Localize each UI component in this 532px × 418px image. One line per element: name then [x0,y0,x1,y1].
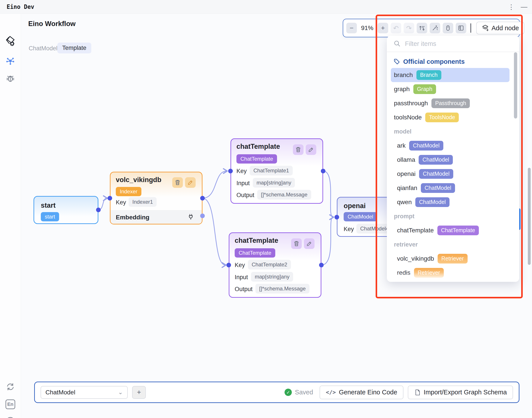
language-label: En [6,399,15,409]
embedding-section[interactable]: Embedding [111,210,202,224]
filter-row [387,36,519,52]
component-type-badge: ChatModel [419,155,453,164]
window-menu-icon[interactable]: ⋮ [505,0,517,14]
node-title: start [41,201,56,209]
component-type-badge: Graph [413,84,436,94]
magic-wand-icon[interactable] [430,23,440,33]
component-type-badge: ChatModel [419,169,453,179]
node-type-badge: ChatTemplate [235,248,275,257]
component-item-passthrough[interactable]: passthroughPassthrough [387,96,519,110]
add-node-button[interactable]: Add node [476,22,524,35]
undo-icon[interactable]: ↶ [391,23,401,33]
auto-layout-icon[interactable] [417,23,427,33]
import-export-button[interactable]: Import/Export Graph Schema [408,385,513,399]
node-chattemplate-1[interactable]: chatTemplate ChatTemplate Key ChatTempla… [230,138,323,204]
tab-chatmodel[interactable]: ChatModel [29,45,57,52]
component-item-ollama[interactable]: ollamaChatModel [387,153,519,167]
edge-indexer-to-template1[interactable] [203,171,227,198]
edit-node-button[interactable] [306,144,316,155]
window-minimize-icon[interactable]: — [518,0,530,14]
node-title: chatTemplate [237,143,280,151]
help-label: ? [6,417,15,418]
node-type-select-value: ChatModel [45,389,75,396]
component-item-redis[interactable]: redisRetriever [387,266,519,280]
panel-scrollbar[interactable] [514,52,517,118]
edit-node-button[interactable] [185,177,196,188]
delete-node-button[interactable] [172,177,183,188]
component-group-prompt: prompt [387,209,519,223]
port-template1-input[interactable] [228,169,233,174]
port-template1-output[interactable] [321,169,326,174]
redo-icon[interactable]: ↷ [404,23,414,33]
output-label: Output [237,192,254,199]
port-openai-input[interactable] [335,215,339,220]
component-item-qianfan[interactable]: qianfanChatModel [387,181,519,195]
port-volc-output[interactable] [200,196,205,201]
input-label: Input [235,274,248,281]
port-template2-input[interactable] [226,263,231,267]
plug-icon [187,213,194,221]
check-circle-icon: ✓ [284,389,292,396]
edge-template2-to-openai[interactable] [321,217,333,265]
mouse-mode-icon[interactable] [443,23,453,33]
component-item-ark[interactable]: arkChatModel [387,139,519,153]
edge-indexer-to-template2[interactable] [203,198,226,265]
component-type-badge: Passthrough [431,98,470,108]
node-type-badge: ChatTemplate [237,154,277,163]
filter-input[interactable] [405,40,498,47]
add-tab-button[interactable]: + [132,386,146,399]
key-value-chip: ChatTemplate2 [248,260,291,269]
tag-icon [394,58,400,65]
port-volc-embedding[interactable] [200,214,205,218]
component-item-qwen[interactable]: qwenChatModel [387,195,519,209]
component-list: Official components branchBranchgraphGra… [387,52,519,280]
component-item-openai[interactable]: openaiChatModel [387,167,519,181]
component-item-chatTemplate[interactable]: chatTemplateChatTemplate [387,223,519,237]
generate-code-button[interactable]: </> Generate Eino Code [320,385,403,399]
layout-panels-icon[interactable] [456,23,466,33]
zoom-in-button[interactable]: + [378,23,388,33]
component-item-branch[interactable]: branchBranch [391,68,509,82]
delete-node-button[interactable] [293,144,304,155]
node-title: volc_vikingdb [116,176,161,184]
node-start[interactable]: start start [34,196,98,224]
workflow-nav-icon[interactable] [5,56,16,67]
import-export-label: Import/Export Graph Schema [424,389,507,396]
key-label: Key [344,226,354,232]
port-template2-output[interactable] [319,263,324,267]
component-item-graph[interactable]: graphGraph [387,82,519,96]
eino-logo-icon [5,35,16,47]
port-start-output[interactable] [96,208,101,212]
bottom-action-bar: ChatModel ⌄ + ✓ Saved </> Generate Eino … [34,382,520,403]
document-icon [414,389,421,396]
component-type-badge: Retriever [438,254,467,263]
node-title: openai [344,202,366,210]
component-item-toolsNode[interactable]: toolsNodeToolsNode [387,110,519,125]
node-chattemplate-2[interactable]: chatTemplate ChatTemplate Key ChatTempla… [229,232,321,298]
component-type-badge: ChatModel [415,197,450,207]
key-label: Key [235,262,245,268]
window-title: Eino Dev [7,3,34,10]
component-item-label: ark [397,142,406,149]
zoom-out-button[interactable]: − [346,23,357,33]
component-item-volc_vikingdb[interactable]: volc_vikingdbRetriever [387,252,519,266]
delete-node-button[interactable] [291,238,302,249]
tab-template[interactable]: Template [57,43,91,53]
node-volc-vikingdb[interactable]: volc_vikingdb Indexer Key Indexer1 Embed… [110,172,203,224]
help-icon[interactable]: ? [6,417,15,418]
edit-node-button[interactable] [304,238,315,249]
input-label: Input [237,180,250,187]
chevron-down-icon: ⌄ [118,389,123,396]
component-item-label: passthrough [394,100,428,107]
debug-bug-icon[interactable] [5,73,16,84]
refresh-icon[interactable] [5,382,16,392]
edge-template1-to-openai[interactable] [323,171,333,217]
page-scrollbar[interactable] [528,168,531,265]
canvas-toolbar: − 91% + ↶ ↷ Add node [343,19,520,37]
page-title: Eino Workflow [28,20,76,28]
node-type-select[interactable]: ChatModel ⌄ [41,386,128,399]
official-components-label: Official components [403,58,465,65]
port-volc-input[interactable] [108,196,112,201]
node-title: chatTemplate [235,237,278,244]
language-icon[interactable]: En [6,399,15,409]
